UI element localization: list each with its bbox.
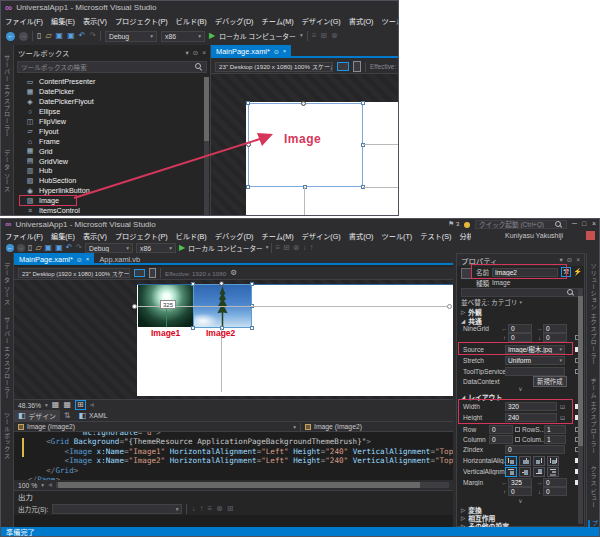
title-bar[interactable]: ∞ UniversalApp1 - Microsoft Visual Studi… (1, 1, 398, 14)
layout-expander-icon[interactable]: ∨ (457, 497, 584, 504)
wrench-icon[interactable]: ⚒ (561, 267, 571, 277)
run-target-dropdown-icon[interactable]: ▾ (300, 33, 303, 39)
save-all-icon[interactable]: ▣ (55, 244, 63, 252)
designer-settings-gear-icon[interactable]: ⚙ (230, 269, 237, 277)
xaml-code-block[interactable]: mc:Ignorable="d"> <Grid Background="{The… (28, 432, 453, 480)
properties-scrollbar[interactable] (578, 288, 583, 524)
rowspan-input[interactable]: 1 (544, 425, 566, 434)
design-view-tab[interactable]: ◧ デザイン (14, 410, 60, 421)
debug-configuration-dropdown[interactable]: Debug▾ (105, 31, 157, 42)
toolbar-extra-icon[interactable]: ⊞ (283, 244, 290, 252)
save-all-icon[interactable]: ▣ (67, 32, 75, 40)
resize-handle[interactable] (246, 185, 250, 189)
snap-to-snaplines-icon[interactable]: ⊞ (75, 400, 86, 410)
menu-item[interactable]: チーム(M) (257, 231, 297, 241)
tab-pin-icon[interactable]: ⊙ (274, 48, 279, 55)
menu-item[interactable]: デバッグ(D) (211, 231, 258, 241)
menu-item[interactable]: デザイン(G) (298, 231, 345, 241)
toolbox-scrollbar[interactable] (204, 77, 209, 216)
toolbar-extra-icon[interactable]: ≡ (275, 244, 280, 252)
tab-close-icon[interactable]: × (86, 256, 90, 262)
scrollbar-thumb[interactable] (578, 296, 583, 446)
scrollbar-thumb[interactable] (204, 77, 209, 141)
redo-icon[interactable]: ↷ (75, 244, 82, 252)
output-icon[interactable]: ↓ (191, 505, 195, 513)
stretch-dropdown[interactable]: Uniform▾ (505, 356, 565, 365)
tab-mainpage-xaml[interactable]: MainPage.xaml* ⊙ × (211, 45, 291, 57)
toolbox-item-gridview[interactable]: ▤GridView (14, 156, 202, 166)
height-input[interactable]: 240 (505, 413, 557, 422)
tab-mainpage-xaml[interactable]: MainPage.xaml* ⊙ × (14, 253, 94, 265)
landscape-orientation-icon[interactable] (337, 62, 349, 71)
pin-icon[interactable]: ⊙ (567, 256, 572, 264)
property-marker[interactable] (515, 427, 520, 432)
ninegrid-left-input[interactable]: 0 (508, 324, 532, 333)
menu-item[interactable]: プロジェクト(P) (111, 16, 172, 26)
toolbox-item-datepicker[interactable]: ▦DatePicker (14, 87, 202, 97)
open-folder-icon[interactable]: ▱ (35, 244, 41, 252)
close-icon[interactable]: × (202, 49, 206, 57)
halign-right-button[interactable] (533, 456, 545, 466)
menu-item[interactable]: ツール(T) (378, 231, 417, 241)
menu-item[interactable]: ファイル(F) (1, 16, 47, 26)
menu-item[interactable]: 編集(E) (47, 16, 79, 26)
menu-item[interactable]: 編集(E) (47, 231, 79, 241)
designer-zoom-value[interactable]: 48.36% (18, 402, 41, 409)
resize-handle[interactable] (191, 326, 195, 330)
output-icon[interactable]: ↑ (199, 505, 203, 513)
toolbox-item-flipview[interactable]: ◫FlipView (14, 117, 202, 127)
toolbox-item-hubsection[interactable]: ▧HubSection (14, 176, 202, 186)
maximize-button[interactable]: □ (582, 220, 586, 227)
resize-handle[interactable] (246, 101, 250, 105)
autohide-tab[interactable]: サーバー エクスプローラー (3, 317, 12, 400)
quick-launch-input[interactable] (479, 221, 555, 228)
halign-left-button[interactable] (505, 456, 517, 466)
quick-launch[interactable] (475, 220, 567, 229)
valign-center-button[interactable] (519, 467, 531, 477)
properties-search-input[interactable] (465, 289, 567, 296)
navigate-back-icon[interactable]: ← (6, 244, 14, 252)
halign-stretch-button[interactable] (547, 456, 559, 466)
menu-item[interactable]: 書式(O) (345, 231, 378, 241)
margin-right-input[interactable]: 0 (543, 478, 567, 487)
toolbox-item-datepickerflyout[interactable]: ◈DatePickerFlyout (14, 97, 202, 107)
breadcrumb-left[interactable]: Image (Image2) ▾ (14, 422, 300, 431)
menu-item[interactable]: テスト(S) (416, 231, 455, 241)
scroll-left-icon[interactable]: ◂ (90, 401, 94, 409)
properties-search[interactable] (461, 288, 579, 297)
device-resolution-dropdown[interactable]: 23" Desktop (1920 x 1080) 100% スケール▾ (215, 62, 333, 72)
sort-row[interactable]: 並べ替え: カテゴリ ▾ (457, 298, 584, 306)
ninegrid-bottom-input[interactable]: 0 (543, 333, 567, 342)
toolbox-item-hyperlinkbutton[interactable]: ◉HyperlinkButton (14, 186, 202, 196)
columnspan-input[interactable]: 1 (544, 435, 566, 444)
name-input[interactable]: Image2 (492, 268, 558, 277)
autohide-tab[interactable]: ツールボックス (3, 412, 12, 459)
toolbox-item-frame[interactable]: ⌂Frame (14, 136, 202, 146)
toolbox-item-image[interactable]: ▨Image (14, 196, 202, 206)
zoom-dropdown-icon[interactable]: ▾ (45, 402, 48, 408)
signed-in-user[interactable]: Kuniyasu Yakushiji (505, 232, 563, 239)
anchor-point-icon[interactable] (246, 142, 251, 147)
close-icon[interactable]: × (576, 256, 580, 264)
autohide-tab[interactable]: データ ソース (3, 150, 12, 192)
user-avatar[interactable] (586, 231, 595, 240)
open-folder-icon[interactable]: ▱ (45, 32, 51, 40)
run-target-label[interactable]: ローカル コンピューター (188, 243, 262, 253)
toolbox-item-grid[interactable]: ▦Grid (14, 146, 202, 156)
valign-top-button[interactable] (505, 467, 517, 477)
height-reset-icon[interactable]: ⊡ (560, 414, 565, 421)
menu-item[interactable]: デバッグ(D) (211, 16, 258, 26)
output-source-dropdown[interactable]: ▾ (52, 504, 182, 514)
swap-panes-icon[interactable]: ⇅ (60, 412, 75, 420)
events-bolt-icon[interactable]: ⚡ (573, 268, 582, 276)
xaml-view-tab[interactable]: ◧ XAML (74, 412, 111, 420)
menu-item[interactable]: 分析(N) (455, 231, 471, 241)
update-notification-icon[interactable] (464, 222, 470, 228)
pin-icon[interactable]: ⊙ (193, 49, 198, 57)
toolbox-item-flyout[interactable]: ▱Flyout (14, 126, 202, 136)
minimize-button[interactable]: ─ (572, 220, 577, 227)
ninegrid-top-input[interactable]: 0 (508, 333, 532, 342)
menu-item[interactable]: ファイル(F) (1, 231, 47, 241)
landscape-orientation-icon[interactable] (134, 269, 145, 277)
undo-icon[interactable]: ↶ (79, 32, 86, 40)
